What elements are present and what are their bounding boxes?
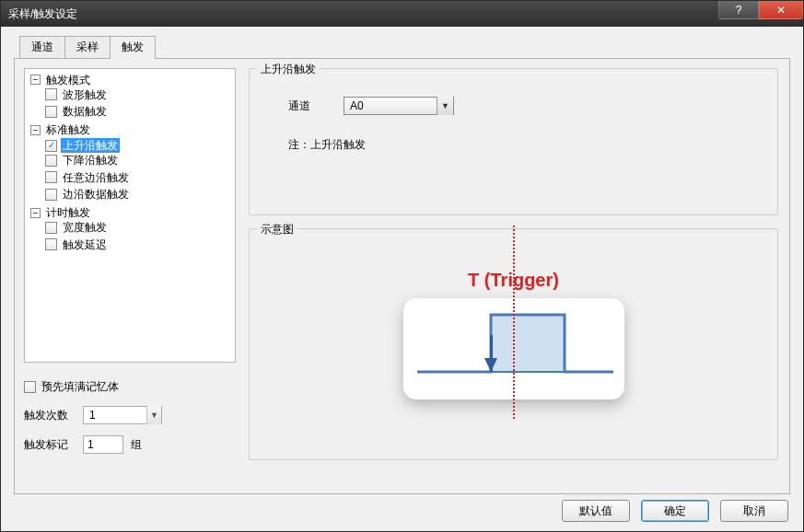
rising-edge-title: 上升沿触发 <box>257 62 320 77</box>
note-row: 注：上升沿触发 <box>288 137 766 153</box>
schematic-card <box>403 298 624 399</box>
button-label: 确定 <box>664 503 686 519</box>
trigger-mark-suffix: 组 <box>131 437 142 453</box>
expander-icon[interactable]: − <box>30 208 41 218</box>
tree-item: 下降沿触发 <box>45 153 233 170</box>
tree-item: 宽度触发 <box>45 220 233 237</box>
trigger-count-row: 触发次数 1 ▼ <box>24 406 236 424</box>
titlebar[interactable]: 采样/触发设定 ? ✕ <box>1 1 803 27</box>
tab-trigger[interactable]: 触发 <box>110 36 156 59</box>
window-title: 采样/触发设定 <box>8 6 77 22</box>
trigger-label: T (Trigger) <box>403 270 624 291</box>
svg-rect-0 <box>491 315 565 372</box>
trigger-count-combo[interactable]: 1 ▼ <box>83 406 162 424</box>
checkbox[interactable] <box>45 171 57 183</box>
prefill-label: 预先填满记忆体 <box>41 379 119 395</box>
tree-item-label[interactable]: 任意边沿触发 <box>61 170 131 185</box>
help-icon: ? <box>736 4 742 17</box>
schematic-area: T (Trigger) <box>403 270 624 399</box>
tree-item-label[interactable]: 下降沿触发 <box>61 153 120 168</box>
tab-label: 采样 <box>76 40 99 53</box>
tab-label: 通道 <box>31 40 53 53</box>
check-icon: ✓ <box>48 138 55 153</box>
tab-sampling[interactable]: 采样 <box>64 36 111 59</box>
channel-row: 通道 A0 ▼ <box>288 97 766 115</box>
help-button[interactable]: ? <box>718 1 759 19</box>
tree-group: − 标准触发 ✓ 上升沿触发 <box>30 121 233 204</box>
tree-item-label[interactable]: 数据触发 <box>61 104 109 119</box>
trigger-tree[interactable]: − 触发模式 波形触发 <box>24 68 236 363</box>
rising-edge-group: 上升沿触发 通道 A0 ▼ 注：上升沿触发 <box>249 68 778 215</box>
tabstrip: 通道 采样 触发 <box>19 36 790 59</box>
checkbox[interactable] <box>45 238 57 250</box>
schematic-group: 示意图 T (Trigger) <box>249 228 778 460</box>
tree-group-label[interactable]: 标准触发 <box>44 122 92 137</box>
button-label: 取消 <box>743 503 765 519</box>
tree-item: 触发延迟 <box>45 237 233 255</box>
right-column: 上升沿触发 通道 A0 ▼ 注：上升沿触发 示意图 <box>249 68 778 482</box>
tree-item: 任意边沿触发 <box>45 170 233 188</box>
trigger-count-value: 1 <box>89 409 96 422</box>
channel-label: 通道 <box>288 98 325 114</box>
tree-group: − 计时触发 宽度触发 <box>30 204 233 255</box>
trigger-mark-input[interactable]: 1 <box>83 435 123 454</box>
dialog-buttons: 默认值 确定 取消 <box>562 500 788 522</box>
tab-body: − 触发模式 波形触发 <box>14 58 790 494</box>
tree-item: 边沿数据触发 <box>45 187 233 204</box>
chevron-down-icon[interactable]: ▼ <box>437 97 453 115</box>
window-controls: ? ✕ <box>718 1 803 19</box>
default-button[interactable]: 默认值 <box>562 500 630 522</box>
waveform-icon <box>403 298 624 399</box>
channel-value: A0 <box>350 99 364 112</box>
checkbox[interactable] <box>45 222 57 234</box>
checkbox[interactable] <box>45 106 57 118</box>
trigger-mark-value: 1 <box>87 438 94 451</box>
checkbox[interactable] <box>45 88 57 100</box>
schematic-title: 示意图 <box>257 222 297 237</box>
checkbox-checked[interactable]: ✓ <box>45 140 57 152</box>
trigger-mark-row: 触发标记 1 组 <box>24 435 236 454</box>
button-label: 默认值 <box>579 503 612 519</box>
tree-item-label[interactable]: 边沿数据触发 <box>61 187 131 202</box>
prefill-checkbox[interactable] <box>24 381 36 393</box>
trigger-mark-label: 触发标记 <box>24 437 76 453</box>
tab-label: 触发 <box>122 40 144 53</box>
tab-channel[interactable]: 通道 <box>19 36 65 59</box>
note-text: 注：上升沿触发 <box>288 138 366 151</box>
tree-item-label-selected[interactable]: 上升沿触发 <box>61 138 120 153</box>
expander-icon[interactable]: − <box>30 75 41 85</box>
chevron-down-icon[interactable]: ▼ <box>146 406 161 424</box>
channel-combo[interactable]: A0 ▼ <box>344 97 454 115</box>
ok-button[interactable]: 确定 <box>641 500 709 522</box>
tree-group: − 触发模式 波形触发 <box>30 71 233 121</box>
dialog-window: 采样/触发设定 ? ✕ 通道 采样 触发 <box>0 0 804 532</box>
tree-item-label[interactable]: 波形触发 <box>61 87 109 102</box>
svg-rect-1 <box>490 335 493 372</box>
tree-item: 波形触发 <box>45 87 233 105</box>
tree-item-label[interactable]: 触发延迟 <box>61 237 109 252</box>
cancel-button[interactable]: 取消 <box>720 500 788 522</box>
trigger-count-label: 触发次数 <box>24 408 76 423</box>
tree-group-label[interactable]: 触发模式 <box>44 73 92 87</box>
tree-group-label[interactable]: 计时触发 <box>44 205 92 220</box>
client-area: 通道 采样 触发 − 触发模式 <box>1 27 803 531</box>
tree-item-label[interactable]: 宽度触发 <box>61 220 109 235</box>
close-icon: ✕ <box>776 4 786 17</box>
checkbox[interactable] <box>45 189 57 201</box>
prefill-row: 预先填满记忆体 <box>24 379 236 395</box>
left-options: 预先填满记忆体 触发次数 1 ▼ 触发标记 1 组 <box>24 374 236 465</box>
tree-item: ✓ 上升沿触发 <box>45 137 233 153</box>
expander-icon[interactable]: − <box>30 125 41 135</box>
checkbox[interactable] <box>45 155 57 167</box>
tree-item: 数据触发 <box>45 104 233 121</box>
close-button[interactable]: ✕ <box>759 1 803 19</box>
